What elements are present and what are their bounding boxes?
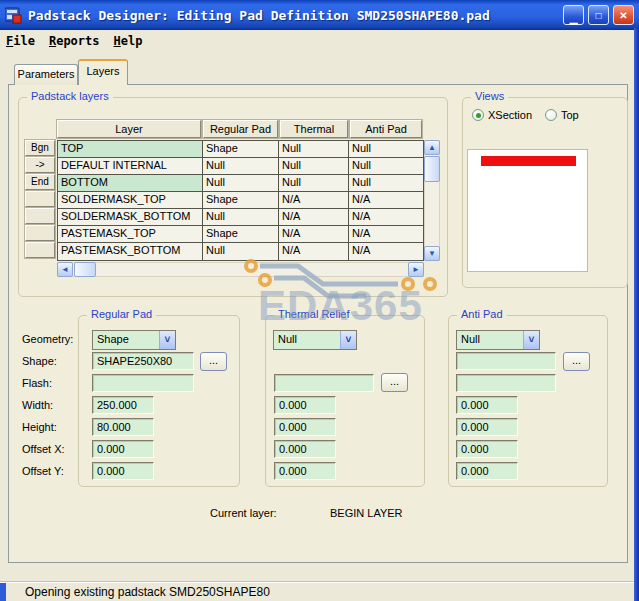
cell-thermal-relief[interactable]: N/A [279, 243, 349, 260]
scroll-left-icon: ◄ [61, 265, 69, 274]
cell-thermal-relief[interactable]: Null [279, 175, 349, 191]
cell-layer[interactable]: PASTEMASK_BOTTOM [58, 243, 203, 260]
cell-layer[interactable]: SOLDERMASK_BOTTOM [58, 209, 203, 225]
table-row[interactable]: SOLDERMASK_BOTTOM Null N/A N/A [58, 209, 423, 226]
tab-parameters[interactable]: Parameters [14, 64, 78, 85]
thermal-relief-height-field[interactable] [274, 418, 336, 436]
radio-selected-icon [472, 109, 484, 121]
row-marker-blank[interactable] [25, 225, 55, 241]
chevron-down-icon[interactable]: ˅ [340, 331, 356, 349]
menu-reports[interactable]: Reports [47, 33, 102, 49]
cell-layer[interactable]: TOP [58, 141, 203, 157]
chevron-down-icon[interactable]: ˅ [523, 331, 539, 349]
chevron-down-icon[interactable]: ˅ [159, 331, 175, 349]
anti-pad-geometry-dropdown[interactable]: Null ˅ [456, 330, 540, 350]
maximize-button[interactable]: □ [588, 5, 609, 25]
anti-pad-width-field[interactable] [456, 396, 518, 414]
thermal-relief-width-field[interactable] [274, 396, 336, 414]
thermal-relief-offset-x-field[interactable] [274, 440, 336, 458]
cell-thermal-relief[interactable]: N/A [279, 192, 349, 208]
thermal-relief-browse-button[interactable]: ... [381, 373, 408, 392]
cell-anti-pad[interactable]: Null [349, 175, 419, 191]
status-bar-divider [0, 581, 639, 583]
cell-thermal-relief[interactable]: Null [279, 141, 349, 157]
menu-file[interactable]: File [4, 33, 37, 49]
column-header-thermal-relief[interactable]: Thermal Relief [280, 120, 348, 138]
anti-pad-shape-field[interactable] [456, 352, 556, 370]
close-button[interactable]: ✕ [613, 5, 634, 25]
horizontal-scroll-thumb[interactable] [74, 262, 96, 277]
menu-help[interactable]: Help [112, 33, 145, 49]
regular-pad-geometry-dropdown[interactable]: Shape ˅ [92, 330, 176, 350]
scroll-up-button[interactable]: ▲ [424, 140, 440, 155]
regular-pad-offset-x-field[interactable] [92, 440, 154, 458]
scroll-left-button[interactable]: ◄ [57, 262, 73, 277]
anti-pad-shape-browse-button[interactable]: ... [563, 352, 590, 371]
column-header-anti-pad[interactable]: Anti Pad [350, 120, 422, 138]
radio-top[interactable]: Top [545, 109, 579, 121]
cell-layer[interactable]: SOLDERMASK_TOP [58, 192, 203, 208]
table-row[interactable]: SOLDERMASK_TOP Shape N/A N/A [58, 192, 423, 209]
cell-thermal-relief[interactable]: N/A [279, 209, 349, 225]
thermal-relief-flash-field[interactable] [274, 374, 374, 392]
cell-layer[interactable]: DEFAULT INTERNAL [58, 158, 203, 174]
cell-regular-pad[interactable]: Null [203, 175, 279, 191]
vertical-scroll-thumb[interactable] [424, 156, 440, 182]
status-bar-text: Opening existing padstack SMD250SHAPE80 [25, 585, 270, 599]
radio-xsection[interactable]: XSection [472, 109, 532, 121]
table-row[interactable]: TOP Shape Null Null [58, 141, 423, 158]
cell-regular-pad[interactable]: Shape [203, 141, 279, 157]
cell-anti-pad[interactable]: N/A [349, 243, 419, 260]
anti-pad-offset-y-field[interactable] [456, 462, 518, 480]
regular-pad-shape-browse-button[interactable]: ... [200, 352, 227, 371]
row-marker-arrow[interactable]: -> [25, 157, 55, 173]
cell-anti-pad[interactable]: N/A [349, 226, 419, 242]
cell-anti-pad[interactable]: N/A [349, 209, 419, 225]
close-icon: ✕ [619, 10, 627, 21]
cell-anti-pad[interactable]: Null [349, 158, 419, 174]
row-marker-end[interactable]: End [25, 174, 55, 190]
scroll-down-button[interactable]: ▼ [424, 246, 440, 261]
table-row[interactable]: PASTEMASK_BOTTOM Null N/A N/A [58, 243, 423, 260]
window-border-corner [0, 583, 6, 601]
regular-pad-width-field[interactable] [92, 396, 154, 414]
cell-regular-pad[interactable]: Null [203, 243, 279, 260]
table-horizontal-scrollbar[interactable] [57, 262, 424, 277]
row-marker-blank[interactable] [25, 242, 55, 258]
thermal-relief-geometry-dropdown[interactable]: Null ˅ [273, 330, 357, 350]
cell-layer[interactable]: BOTTOM [58, 175, 203, 191]
anti-pad-offset-x-field[interactable] [456, 440, 518, 458]
height-label: Height: [22, 421, 57, 433]
column-header-regular-pad[interactable]: Regular Pad [203, 120, 278, 138]
cell-layer[interactable]: PASTEMASK_TOP [58, 226, 203, 242]
cell-regular-pad[interactable]: Null [203, 209, 279, 225]
table-row[interactable]: DEFAULT INTERNAL Null Null Null [58, 158, 423, 175]
radio-xsection-label: XSection [488, 109, 532, 121]
row-marker-blank[interactable] [25, 208, 55, 224]
table-row[interactable]: PASTEMASK_TOP Shape N/A N/A [58, 226, 423, 243]
table-row[interactable]: BOTTOM Null Null Null [58, 175, 423, 192]
thermal-relief-offset-y-field[interactable] [274, 462, 336, 480]
app-icon [5, 7, 22, 24]
tab-layers[interactable]: Layers [78, 59, 128, 85]
regular-pad-flash-field[interactable] [92, 374, 194, 392]
regular-pad-height-field[interactable] [92, 418, 154, 436]
regular-pad-shape-field[interactable] [92, 352, 194, 370]
cell-anti-pad[interactable]: Null [349, 141, 419, 157]
cell-regular-pad[interactable]: Shape [203, 226, 279, 242]
scroll-right-button[interactable]: ► [408, 262, 424, 277]
anti-pad-height-field[interactable] [456, 418, 518, 436]
regular-pad-offset-y-field[interactable] [92, 462, 154, 480]
cell-regular-pad[interactable]: Null [203, 158, 279, 174]
cell-regular-pad[interactable]: Shape [203, 192, 279, 208]
anti-pad-flash-field[interactable] [456, 374, 556, 392]
minimize-button[interactable]: ▁ [563, 5, 584, 25]
cell-anti-pad[interactable]: N/A [349, 192, 419, 208]
row-marker-bgn[interactable]: Bgn [25, 140, 55, 156]
row-marker-blank[interactable] [25, 191, 55, 207]
cell-thermal-relief[interactable]: Null [279, 158, 349, 174]
cell-thermal-relief[interactable]: N/A [279, 226, 349, 242]
column-header-layer[interactable]: Layer [57, 120, 201, 138]
title-bar[interactable]: Padstack Designer: Editing Pad Definitio… [0, 0, 639, 30]
views-caption: Views [471, 90, 508, 102]
